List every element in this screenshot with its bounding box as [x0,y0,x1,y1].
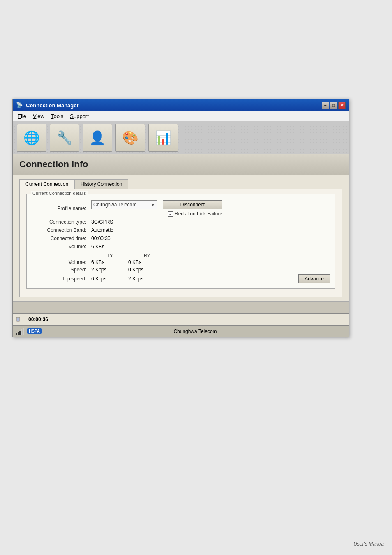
content-area: Current Connection History Connection Cu… [13,175,349,301]
txrx-volume-tx: 6 KBs [91,259,128,265]
toolbar-button-1[interactable]: 🌐 [17,124,46,152]
close-button[interactable]: ✕ [338,102,346,109]
txrx-topspeed-tx: 6 Kbps [91,276,128,282]
txrx-section: Tx Rx Volume: 6 KBs 0 KBs Sp [32,253,330,283]
connected-time-label: Connected time: [32,236,91,241]
txrx-speed-row: Speed: 2 Kbps 0 Kbps [32,267,330,273]
toolbar-button-3[interactable]: 👤 [83,124,112,152]
restore-button[interactable]: □ [330,102,337,109]
svg-point-2 [18,321,19,322]
globe-icon: 🌐 [22,128,42,148]
main-window: 📡 Connection Manager − □ ✕ File View Too… [12,99,349,337]
app-icon: 📡 [16,102,23,109]
tx-header: Tx [91,253,128,259]
connection-band-row: Connection Band: Automatic [32,227,330,233]
stats-icon: 📊 [153,128,173,148]
status-bar-area [13,301,349,313]
user-manual-label: User's Manua [353,541,384,547]
connection-details-panel: Current Connection details Profile name:… [19,189,342,297]
txrx-header: Tx Rx [91,253,330,259]
txrx-volume-label: Volume: [32,259,91,265]
connection-type-value: 3G/GPRS [91,219,113,225]
redial-row: ✓ Redial on Link Failure [168,211,222,217]
taskbar: HSPA Chunghwa Telecom [13,325,349,337]
toolbar-button-4[interactable]: 🎨 [115,124,145,152]
dropdown-arrow-icon: ▼ [151,203,155,207]
menu-view[interactable]: View [30,112,48,120]
volume-value: 6 KBs [91,244,104,250]
txrx-volume-row: Volume: 6 KBs 0 KBs [32,259,330,265]
window-controls: − □ ✕ [322,102,346,109]
connection-status-icon [16,315,25,324]
txrx-speed-tx: 2 Kbps [91,267,128,273]
right-controls: Disconnect ✓ Redial on Link Failure [163,200,222,217]
signal-strength [16,328,24,335]
section-title: Connection Info [19,159,88,169]
svg-rect-1 [17,318,19,321]
txrx-speed-label: Speed: [32,267,91,273]
toolbar-button-2[interactable]: 🔧 [50,124,79,152]
menu-bar: File View Tools Support [13,111,349,121]
connection-type-row: Connection type: 3G/GPRS [32,219,330,225]
section-header: Connection Info [13,154,349,175]
tab-current-connection[interactable]: Current Connection [19,179,74,189]
txrx-speed-rx: 0 Kbps [128,267,165,273]
profile-dropdown[interactable]: Chunghwa Telecom ▼ [91,200,157,209]
title-bar: 📡 Connection Manager − □ ✕ [13,99,349,111]
footer-time: 00:00:36 [28,317,48,322]
advance-button[interactable]: Advance [298,274,330,283]
toolbar: 🌐 🔧 👤 🎨 📊 [13,121,349,154]
wrench-icon: 🔧 [55,128,74,148]
profile-dropdown-value: Chunghwa Telecom [93,202,136,208]
txrx-topspeed-rx: 2 Kbps [128,276,165,282]
redial-checkbox[interactable]: ✓ [168,211,173,217]
profile-name-label: Profile name: [32,206,91,211]
redial-label: Redial on Link Failure [175,211,222,217]
connection-type-label: Connection type: [32,219,91,225]
info-rows: Profile name: Chunghwa Telecom ▼ Disconn… [32,198,330,283]
carrier-name: Chunghwa Telecom [45,328,346,334]
txrx-volume-rx: 0 KBs [128,259,165,265]
menu-file[interactable]: File [14,112,30,120]
connection-band-value: Automatic [91,227,113,233]
network-type-badge: HSPA [27,328,42,334]
profile-name-row: Profile name: Chunghwa Telecom ▼ Disconn… [32,200,330,217]
connected-time-value: 00:00:36 [91,236,111,241]
menu-tools[interactable]: Tools [48,112,67,120]
panel-group-title: Current Connection details [31,191,88,196]
page-background: 📡 Connection Manager − □ ✕ File View Too… [0,0,392,555]
connection-band-label: Connection Band: [32,227,91,233]
minimize-button[interactable]: − [322,102,329,109]
connected-time-row: Connected time: 00:00:36 [32,236,330,241]
menu-support[interactable]: Support [67,112,92,120]
tab-history-connection[interactable]: History Connection [74,179,128,189]
txrx-topspeed-label: Top speed: [32,276,91,282]
disconnect-button[interactable]: Disconnect [163,200,222,209]
rx-header: Rx [128,253,165,259]
window-title: Connection Manager [26,102,322,109]
volume-label: Volume: [32,244,91,250]
info-icon: 🎨 [120,128,140,148]
current-connection-group: Current Connection details Profile name:… [26,194,335,289]
toolbar-button-5[interactable]: 📊 [148,124,178,152]
footer-bar: 00:00:36 [13,313,349,325]
volume-row: Volume: 6 KBs [32,244,330,250]
user-icon: 👤 [88,128,107,148]
tab-bar: Current Connection History Connection [19,179,342,189]
txrx-topspeed-row: Top speed: 6 Kbps 2 Kbps Advance [32,274,330,283]
